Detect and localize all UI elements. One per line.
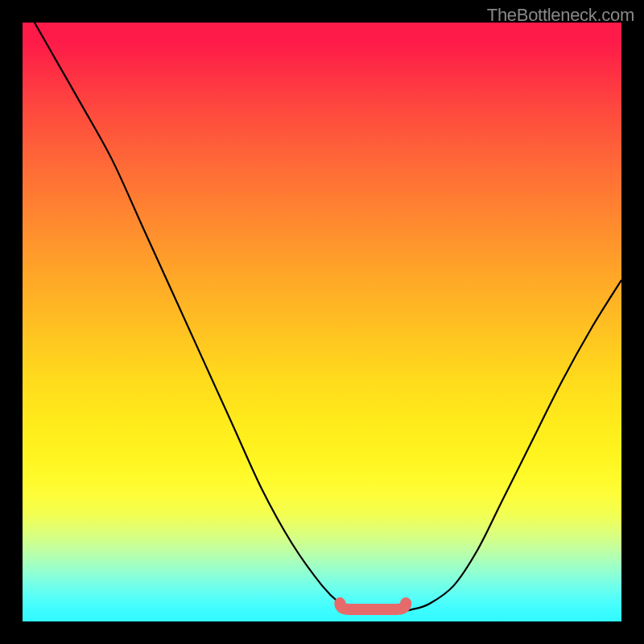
optimal-range-marker xyxy=(340,603,406,609)
plot-area xyxy=(23,23,621,621)
bottleneck-curve xyxy=(35,23,621,613)
curve-layer xyxy=(23,23,621,621)
chart-frame: TheBottleneck.com xyxy=(0,0,644,644)
watermark-text: TheBottleneck.com xyxy=(487,5,634,26)
